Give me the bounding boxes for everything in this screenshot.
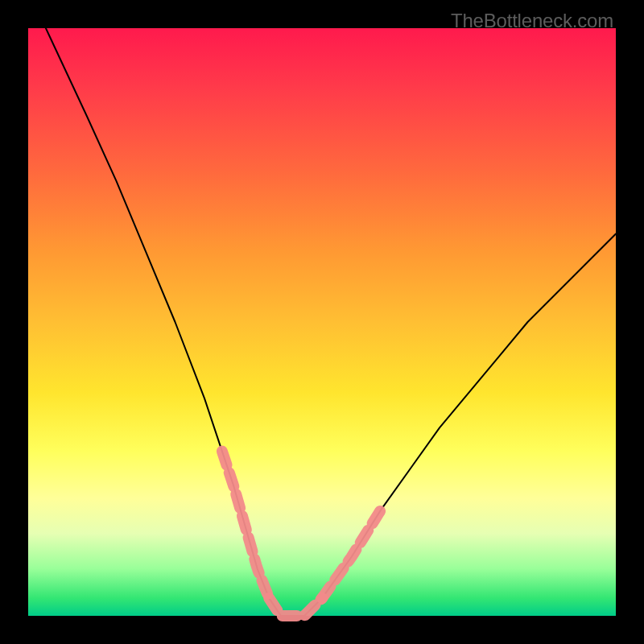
highlight-left-descent — [222, 452, 269, 599]
curve-main — [46, 28, 616, 616]
chart-root: TheBottleneck.com — [0, 0, 644, 644]
highlight-valley — [269, 598, 322, 616]
bottleneck-curve — [28, 28, 616, 616]
highlight-right-ascent — [322, 510, 381, 599]
